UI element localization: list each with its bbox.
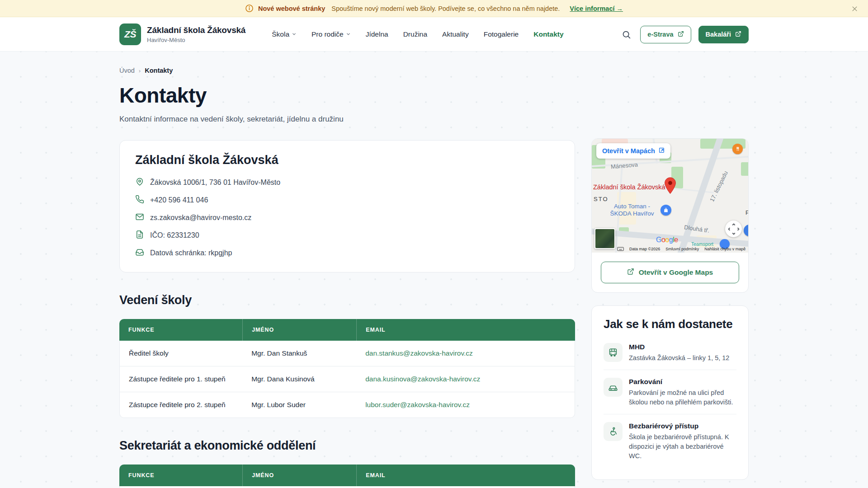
contact-databox-row: Datová schránka: rkpgjhp xyxy=(135,248,559,258)
info-icon xyxy=(245,4,254,13)
map-business-label: Auto Toman - ŠKODA Havířov xyxy=(604,203,660,217)
table-header-email: EMAIL xyxy=(356,465,575,486)
table-row: Zástupce ředitele pro 2. stupeň Mgr. Lub… xyxy=(119,392,575,418)
table-row: Ředitel školy Mgr. Dan Stankuš dan.stank… xyxy=(119,341,575,366)
sekretariat-table: FUNKCE JMÉNO EMAIL Ekonomka Sylvie Kuzni… xyxy=(119,465,575,488)
nav-aktuality[interactable]: Aktuality xyxy=(442,30,469,38)
bakalari-button[interactable]: Bakaláři xyxy=(698,26,749,43)
map-terms-link[interactable]: Smluvní podmínky xyxy=(665,247,699,251)
location-pin-icon xyxy=(135,177,144,188)
wheelchair-icon xyxy=(604,422,623,441)
nav-fotogalerie[interactable]: Fotogalerie xyxy=(484,30,519,38)
car-icon xyxy=(604,378,623,397)
external-link-icon xyxy=(659,147,665,155)
table-header-jmeno: JMÉNO xyxy=(242,319,356,341)
nav-druzina[interactable]: Družina xyxy=(403,30,427,38)
main-nav: Škola Pro rodiče Jídelna Družina Aktuali… xyxy=(272,30,563,38)
contact-phone-row: +420 596 411 046 xyxy=(135,195,559,206)
table-header-funkce: FUNKCE xyxy=(119,319,242,341)
map-pan-control[interactable] xyxy=(725,221,742,237)
contact-email-row: zs.zakovska@havirov-mesto.cz xyxy=(135,212,559,223)
table-header-funkce: FUNKCE xyxy=(119,465,242,486)
document-icon xyxy=(135,230,144,241)
site-header: ZŠ Základní škola Žákovská Havířov-Město… xyxy=(0,17,868,52)
school-contact-card: Základní škola Žákovská Žákovská 1006/1,… xyxy=(119,140,575,272)
map-label-teamsport: Teamsport xyxy=(691,241,713,247)
announcement-banner: Nové webové stránky Spouštíme nový moder… xyxy=(0,0,868,17)
external-link-icon xyxy=(735,31,741,38)
school-name: Základní škola Žákovská xyxy=(147,25,245,35)
search-icon[interactable] xyxy=(620,28,633,41)
map-label-p: P xyxy=(745,209,748,216)
external-link-icon xyxy=(627,268,634,277)
banner-message: Spouštíme nový moderní web školy. Podíve… xyxy=(331,5,560,12)
direction-item-accessibility: Bezbariérový přístup Škola je bezbariéro… xyxy=(604,414,736,468)
page-title: Kontakty xyxy=(119,83,575,108)
phone-icon xyxy=(135,195,144,206)
school-city: Havířov-Město xyxy=(147,37,245,43)
map-label-sto: STO xyxy=(594,196,609,202)
direction-item-mhd: MHD Zastávka Žákovská – linky 1, 5, 12 xyxy=(604,335,736,370)
chevron-down-icon xyxy=(292,30,297,38)
nav-jidelna[interactable]: Jídelna xyxy=(366,30,388,38)
email-link[interactable]: dan.stankus@zakovska-havirov.cz xyxy=(365,349,473,357)
map-attribution: Data map ©2026 Smluvní podmínky Nahlásit… xyxy=(617,247,747,251)
direction-item-parking: Parkování Parkování je možné na ulici př… xyxy=(604,370,736,414)
satellite-view-toggle[interactable] xyxy=(594,228,615,249)
directions-card: Jak se k nám dostanete MHD Zastávka Žáko… xyxy=(591,305,749,480)
table-header-email: EMAIL xyxy=(356,319,575,341)
shopping-poi-icon[interactable] xyxy=(660,205,671,216)
email-link[interactable]: lubor.suder@zakovska-havirov.cz xyxy=(365,401,470,408)
map-pin-icon[interactable] xyxy=(664,177,676,196)
contact-address-row: Žákovská 1006/1, 736 01 Havířov-Město xyxy=(135,177,559,188)
contact-card-heading: Základní škola Žákovská xyxy=(135,153,559,167)
table-row: Zástupce ředitele pro 1. stupeň Mgr. Dan… xyxy=(119,366,575,392)
mail-icon xyxy=(135,212,144,223)
brand[interactable]: ZŠ Základní škola Žákovská Havířov-Město xyxy=(119,23,245,45)
nav-kontakty[interactable]: Kontakty xyxy=(533,30,563,38)
map-data-copyright: Data map ©2026 xyxy=(629,247,660,251)
google-logo[interactable]: Google xyxy=(656,236,678,244)
banner-more-info-link[interactable]: Více informací → xyxy=(570,5,623,12)
banner-title: Nové webové stránky xyxy=(258,5,325,12)
table-header-jmeno: JMÉNO xyxy=(242,465,356,486)
estrava-button[interactable]: e-Strava xyxy=(640,26,691,43)
street-label-manesova: Mánesova xyxy=(610,161,638,170)
bus-icon xyxy=(604,343,623,362)
contact-ico-row: IČO: 62331230 xyxy=(135,230,559,241)
restaurant-poi-icon[interactable] xyxy=(732,144,743,154)
breadcrumb: Úvod › Kontakty xyxy=(119,67,575,74)
school-logo: ZŠ xyxy=(119,23,141,45)
section-heading-vedeni: Vedení školy xyxy=(119,293,575,307)
map-report-link[interactable]: Nahlásit chybu v mapě xyxy=(704,247,745,251)
vedeni-table: FUNKCE JMÉNO EMAIL Ředitel školy Mgr. Da… xyxy=(119,319,575,418)
open-in-maps-button[interactable]: Otevřít v Mapách xyxy=(596,143,670,159)
section-heading-sekretariat: Sekretariát a ekonomické oddělení xyxy=(119,439,575,453)
close-icon[interactable] xyxy=(850,4,859,13)
chevron-down-icon xyxy=(346,30,351,38)
open-google-maps-button[interactable]: Otevřít v Google Maps xyxy=(601,262,739,283)
table-row: Ekonomka Sylvie Kuzniková sylvie.kuzniko… xyxy=(119,486,575,488)
map-park-patch xyxy=(741,162,748,176)
page-subtitle: Kontaktní informace na vedení školy, sek… xyxy=(119,115,575,124)
map-card: Mánesova 17. listopadu Dlouhá tř. STO P … xyxy=(591,138,749,293)
inbox-icon xyxy=(135,248,144,258)
map-school-label: Základní škola Žákovská xyxy=(593,183,665,191)
nav-pro-rodice[interactable]: Pro rodiče xyxy=(311,30,351,38)
google-map[interactable]: Mánesova 17. listopadu Dlouhá tř. STO P … xyxy=(592,139,748,253)
breadcrumb-chevron-icon: › xyxy=(139,67,141,74)
nav-skola[interactable]: Škola xyxy=(272,30,297,38)
breadcrumb-current: Kontakty xyxy=(145,67,173,74)
email-link[interactable]: dana.kusinova@zakovska-havirov.cz xyxy=(365,375,480,383)
keyboard-icon[interactable] xyxy=(617,247,624,251)
breadcrumb-home[interactable]: Úvod xyxy=(119,67,135,74)
street-label-17-listopadu: 17. listopadu xyxy=(708,170,729,203)
map-poi-icon[interactable] xyxy=(744,225,748,236)
directions-title: Jak se k nám dostanete xyxy=(604,318,736,331)
external-link-icon xyxy=(678,31,684,38)
